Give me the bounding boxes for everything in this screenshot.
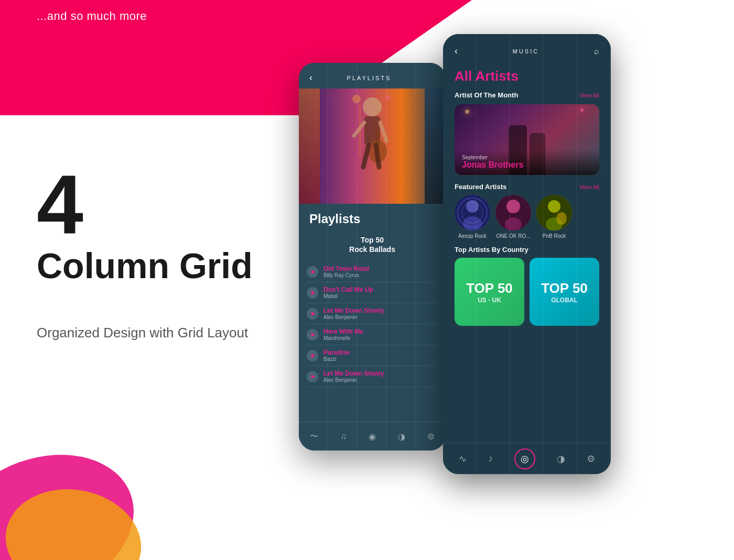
nav-theme-icon[interactable]: ◑	[557, 453, 565, 465]
phone1-hero	[299, 89, 446, 204]
track-name-3: Let Me Down Slowly	[323, 307, 384, 314]
back-icon[interactable]: ‹	[309, 72, 312, 83]
nav-waveform-icon[interactable]: ∿	[459, 453, 467, 465]
phone2-back-icon[interactable]: ‹	[455, 46, 458, 57]
play-button-2[interactable]	[307, 287, 318, 299]
playlists-heading: Playlists	[309, 212, 360, 226]
top50-us-uk-label: TOP 50	[466, 280, 513, 297]
artist-item-3[interactable]: PnB Rock	[536, 195, 572, 239]
phone1-title: PLAYLISTS	[347, 75, 392, 81]
svg-point-11	[352, 95, 361, 103]
track-artist-4: Marshmello	[323, 335, 363, 341]
stage-light-1	[465, 109, 469, 114]
track-artist-3: Alec Benjamin	[323, 314, 384, 320]
track-name-1: Old Town Road	[323, 265, 369, 272]
hero-right-strip	[425, 89, 446, 204]
play-button-6[interactable]	[307, 371, 318, 382]
track-item: Let Me Down Slowly Alec Benjamin	[307, 366, 438, 387]
artist-month-name: Jonas Brothers	[462, 160, 592, 170]
top-artists-country-label: Top Artists By Country	[455, 246, 599, 254]
svg-point-20	[505, 217, 522, 230]
country-cards: TOP 50 US - UK TOP 50 GLOBAL	[455, 258, 599, 326]
artist-name-3: PnB Rock	[543, 233, 566, 239]
decorative-blob	[0, 422, 168, 560]
featured-artists-section: Featured Artists View All Aesop Rock	[443, 180, 611, 241]
svg-point-12	[385, 95, 391, 101]
featured-artists-header: Featured Artists View All	[455, 183, 599, 191]
artist-item-2[interactable]: ONE OK RO...	[495, 195, 531, 239]
track-item: Here With Me Marshmello	[307, 324, 438, 345]
nav-music-icon[interactable]: ♪	[488, 453, 493, 464]
track-name-6: Let Me Down Slowly	[323, 370, 384, 377]
svg-point-2	[363, 97, 382, 116]
guitar-player	[349, 94, 396, 188]
artist-avatar-2	[495, 195, 531, 230]
top50-label: Top 50	[299, 232, 446, 245]
artist-item-1[interactable]: Aesop Rock	[455, 195, 490, 239]
svg-line-7	[380, 123, 386, 141]
artist-month-month: September	[462, 155, 592, 160]
phone-playlists: ‹ PLAYLISTS	[299, 63, 446, 451]
nav-icon-4[interactable]: ◑	[398, 432, 405, 442]
top-artists-country-section: Top Artists By Country TOP 50 US - UK TO…	[443, 241, 611, 328]
track-name-2: Don't Call Me Up	[323, 286, 373, 293]
svg-rect-25	[536, 195, 538, 205]
phone1-header: ‹ PLAYLISTS	[299, 63, 446, 89]
track-list: Old Town Road Billy Ray Cyrus Don't Call…	[299, 259, 446, 390]
svg-line-9	[376, 145, 379, 167]
featured-artists-label: Featured Artists	[455, 183, 506, 191]
global-sublabel: GLOBAL	[551, 297, 578, 304]
play-button-4[interactable]	[307, 329, 318, 341]
play-button-1[interactable]	[307, 266, 318, 278]
search-icon[interactable]: ⌕	[594, 47, 599, 56]
track-name-4: Here With Me	[323, 328, 363, 335]
play-button-3[interactable]	[307, 308, 318, 320]
svg-point-24	[556, 212, 567, 225]
phone2-bottom-nav: ∿ ♪ ◎ ◑ ⚙	[443, 443, 611, 474]
track-artist-2: Mabel	[323, 293, 373, 299]
artist-name-2: ONE OK RO...	[496, 233, 530, 239]
top50-section: Top 50 Rock Ballads	[299, 232, 446, 259]
featured-view-all[interactable]: View All	[579, 184, 599, 190]
artist-circles: Aesop Rock ONE OK RO...	[455, 195, 599, 239]
top50-global-label: TOP 50	[541, 280, 588, 297]
main-heading: Column Grid	[37, 246, 253, 286]
phone-music: ‹ MUSIC ⌕ All Artists Artist Of The Mont…	[443, 34, 611, 474]
nav-icon-1[interactable]: 〜	[310, 431, 318, 442]
main-subtitle: Organized Design with Grid Layout	[37, 325, 248, 341]
play-button-5[interactable]	[307, 350, 318, 361]
hero-bg	[299, 89, 446, 204]
top-tagline: ...and so much more	[37, 9, 147, 23]
playlists-section-title: Playlists	[299, 204, 446, 232]
nav-settings-icon[interactable]: ⚙	[587, 453, 595, 465]
big-number: 4	[37, 162, 83, 246]
artist-month-card[interactable]: September Jonas Brothers	[455, 104, 599, 175]
nav-icon-2[interactable]: ♫	[340, 432, 347, 441]
track-name-5: Paradise	[323, 349, 350, 356]
track-artist-5: Bazzi	[323, 356, 350, 362]
country-card-us-uk[interactable]: TOP 50 US - UK	[455, 258, 524, 326]
all-artists-heading: All Artists	[443, 63, 611, 87]
track-item: Let Me Down Slowly Alec Benjamin	[307, 303, 438, 324]
phone1-bottom-nav: 〜 ♫ ◉ ◑ ⚙	[299, 422, 446, 451]
nav-icon-5[interactable]: ⚙	[427, 432, 435, 442]
nav-icon-3[interactable]: ◉	[369, 432, 376, 442]
artist-card-overlay: September Jonas Brothers	[455, 149, 599, 175]
phone2-header: ‹ MUSIC ⌕	[443, 34, 611, 63]
us-uk-sublabel: US - UK	[478, 297, 501, 304]
artist-avatar-1	[455, 195, 490, 230]
svg-point-22	[548, 200, 560, 213]
track-artist-6: Alec Benjamin	[323, 377, 384, 383]
artist-name-1: Aesop Rock	[458, 233, 487, 239]
artist-month-section: Artist Of The Month View All	[443, 87, 611, 102]
svg-line-8	[363, 145, 369, 167]
nav-radio-icon[interactable]: ◎	[514, 448, 535, 469]
artist-month-label: Artist Of The Month	[455, 91, 518, 99]
phone2-title: MUSIC	[513, 48, 539, 54]
country-card-global[interactable]: TOP 50 GLOBAL	[530, 258, 599, 326]
hero-left-strip	[299, 89, 320, 204]
svg-rect-10	[359, 104, 361, 157]
artist-month-view-all[interactable]: View All	[579, 92, 599, 98]
artist-avatar-3	[536, 195, 572, 230]
track-item: Paradise Bazzi	[307, 345, 438, 366]
